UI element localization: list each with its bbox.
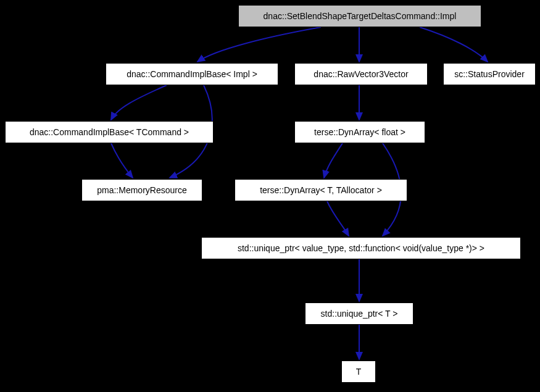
edge: [111, 143, 133, 178]
edge: [111, 85, 167, 120]
node-label: std::unique_ptr< T >: [321, 309, 398, 319]
node-status[interactable]: sc::StatusProvider: [443, 63, 536, 85]
edge: [420, 27, 488, 62]
node-T[interactable]: T: [341, 361, 376, 383]
node-uniqptrT[interactable]: std::unique_ptr< T >: [305, 302, 413, 325]
node-cmdimpltcmd[interactable]: dnac::CommandImplBase< TCommand >: [5, 121, 214, 143]
node-label: sc::StatusProvider: [454, 69, 525, 79]
node-label: dnac::CommandImplBase< TCommand >: [30, 127, 189, 137]
node-root[interactable]: dnac::SetBlendShapeTargetDeltasCommand::…: [238, 5, 481, 27]
node-label: terse::DynArray< float >: [314, 127, 405, 137]
node-uniqptrfull[interactable]: std::unique_ptr< value_type, std::functi…: [201, 237, 521, 259]
edge: [324, 143, 343, 178]
node-label: dnac::RawVector3Vector: [314, 69, 408, 79]
edge: [197, 27, 321, 62]
node-dynT[interactable]: terse::DynArray< T, TAllocator >: [235, 179, 407, 201]
node-label: std::unique_ptr< value_type, std::functi…: [238, 243, 484, 253]
node-label: dnac::CommandImplBase< Impl >: [127, 69, 257, 79]
node-rawvec[interactable]: dnac::RawVector3Vector: [294, 63, 428, 85]
node-cmdimplimpl[interactable]: dnac::CommandImplBase< Impl >: [106, 63, 278, 85]
node-memres[interactable]: pma::MemoryResource: [81, 179, 202, 201]
node-label: pma::MemoryResource: [97, 185, 187, 195]
node-label: terse::DynArray< T, TAllocator >: [260, 185, 382, 195]
node-label: dnac::SetBlendShapeTargetDeltasCommand::…: [264, 11, 457, 21]
node-dynfloat[interactable]: terse::DynArray< float >: [294, 121, 425, 143]
edge: [327, 201, 349, 236]
node-label: T: [356, 367, 362, 377]
